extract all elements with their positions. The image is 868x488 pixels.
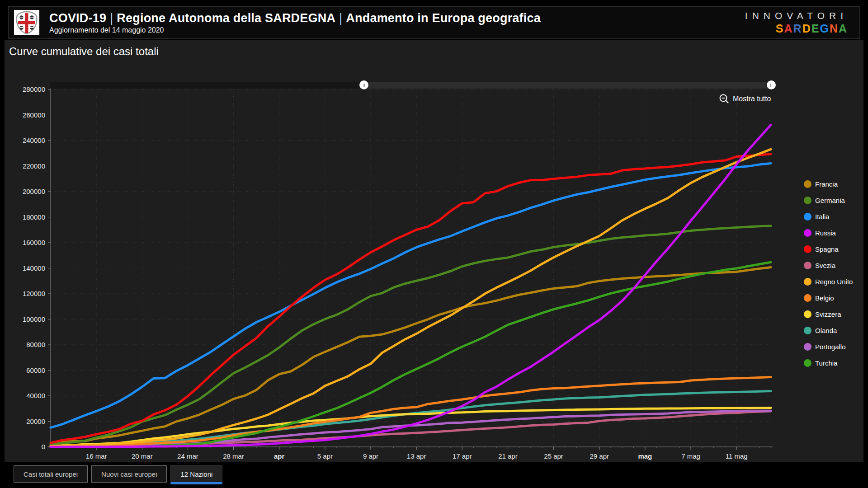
y-tick-label: 40000 — [26, 392, 45, 399]
slider-handle-left[interactable] — [359, 80, 368, 89]
y-tick-label: 260000 — [23, 111, 45, 119]
chart-legend: FranciaGermaniaItaliaRussiaSpagnaSveziaR… — [804, 176, 853, 371]
x-tick-label: apr — [274, 452, 285, 460]
x-tick-label: 17 apr — [453, 452, 472, 460]
x-tick-label: 28 mar — [223, 452, 244, 460]
y-tick-label: 80000 — [26, 341, 45, 348]
plot-area[interactable] — [51, 89, 771, 447]
legend-dot — [804, 229, 811, 237]
legend-item-olanda[interactable]: Olanda — [804, 322, 853, 338]
legend-dot — [804, 197, 811, 204]
legend-item-italia[interactable]: Italia — [804, 208, 853, 225]
tab-12-nazioni[interactable]: 12 Nazioni — [170, 465, 222, 484]
y-tick-label: 140000 — [23, 264, 45, 272]
x-tick-label: 11 mag — [726, 452, 748, 460]
legend-item-spagna[interactable]: Spagna — [804, 241, 853, 257]
page: COVID-19|Regione Autonoma della SARDEGNA… — [0, 0, 868, 488]
tab-casi-totali-europei[interactable]: Casi totali europei — [14, 465, 88, 483]
zoom-out-icon — [719, 94, 729, 104]
x-tick-label: 7 mag — [681, 452, 700, 460]
x-tick-label: 9 apr — [363, 452, 378, 460]
tab-bar: Casi totali europeiNuovi casi europei12 … — [14, 465, 222, 484]
legend-dot — [804, 213, 811, 221]
x-tick-label: 5 apr — [317, 452, 333, 460]
x-tick-label: 24 mar — [177, 452, 198, 460]
mostra-tutto-label: Mostra tutto — [733, 95, 771, 103]
legend-label: Regno Unito — [815, 278, 853, 286]
x-tick-label: 13 apr — [407, 452, 426, 460]
legend-dot — [804, 180, 811, 188]
tab-nuovi-casi-europei[interactable]: Nuovi casi europei — [91, 465, 167, 483]
legend-label: Svizzera — [815, 310, 841, 318]
slider-handle-right[interactable] — [767, 80, 776, 89]
y-tick-label: 0 — [42, 443, 45, 450]
y-tick-label: 120000 — [23, 290, 45, 297]
legend-label: Portogallo — [815, 343, 846, 351]
y-tick-label: 240000 — [23, 136, 45, 144]
legend-item-turchia[interactable]: Turchia — [804, 355, 853, 371]
legend-label: Francia — [815, 180, 838, 188]
legend-item-svizzera[interactable]: Svizzera — [804, 306, 853, 322]
x-tick-label: 20 mar — [132, 452, 153, 460]
legend-label: Germania — [815, 197, 845, 204]
legend-item-russia[interactable]: Russia — [804, 225, 853, 241]
legend-item-belgio[interactable]: Belgio — [804, 290, 853, 306]
legend-dot — [804, 310, 811, 318]
y-tick-label: 200000 — [23, 188, 45, 195]
legend-dot — [804, 327, 811, 334]
legend-dot — [804, 359, 811, 367]
y-tick-label: 180000 — [23, 213, 45, 221]
legend-dot — [804, 262, 811, 269]
legend-label: Spagna — [815, 245, 839, 253]
legend-label: Belgio — [815, 294, 834, 302]
legend-dot — [804, 294, 811, 302]
time-range-slider[interactable] — [50, 82, 772, 89]
legend-dot — [804, 245, 811, 253]
legend-label: Russia — [815, 229, 836, 237]
legend-label: Italia — [815, 213, 830, 221]
y-tick-label: 220000 — [23, 162, 45, 170]
y-tick-label: 20000 — [26, 418, 45, 425]
legend-item-regno-unito[interactable]: Regno Unito — [804, 273, 853, 290]
legend-dot — [804, 278, 811, 286]
y-tick-label: 160000 — [23, 239, 45, 246]
legend-item-germania[interactable]: Germania — [804, 192, 853, 208]
y-tick-label: 100000 — [23, 315, 45, 323]
legend-label: Olanda — [815, 327, 837, 334]
legend-item-francia[interactable]: Francia — [804, 176, 853, 192]
legend-label: Svezia — [815, 262, 835, 269]
mostra-tutto-button[interactable]: Mostra tutto — [716, 93, 774, 104]
legend-label: Turchia — [815, 359, 837, 367]
legend-item-svezia[interactable]: Svezia — [804, 257, 853, 273]
slider-track-selected[interactable] — [364, 82, 771, 89]
x-tick-label: 29 apr — [590, 452, 609, 460]
slider-track-unselected[interactable] — [50, 82, 364, 89]
x-tick-label: 25 apr — [544, 452, 563, 460]
y-tick-label: 60000 — [26, 366, 45, 374]
x-tick-label: 16 mar — [86, 452, 107, 460]
x-tick-label: 21 apr — [498, 452, 518, 460]
x-tick-label: mag — [638, 452, 652, 460]
line-chart: 0200004000060000800001000001200001400001… — [0, 0, 868, 488]
y-tick-label: 280000 — [23, 85, 45, 93]
legend-dot — [804, 343, 811, 351]
legend-item-portogallo[interactable]: Portogallo — [804, 338, 853, 355]
